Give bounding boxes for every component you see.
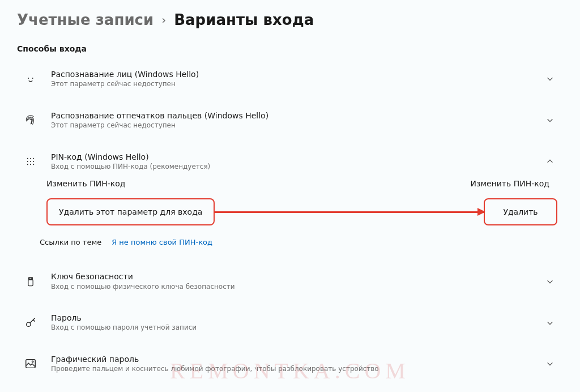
svg-rect-11 — [29, 277, 33, 279]
option-subtitle: Этот параметр сейчас недоступен — [51, 121, 535, 130]
remove-pin-label-highlight: Удалить этот параметр для входа — [46, 198, 215, 225]
pin-expansion: Изменить ПИН-код Изменить ПИН-код Удалит… — [17, 177, 563, 255]
face-icon — [22, 70, 40, 88]
option-security-key[interactable]: Ключ безопасности Вход с помощью физичес… — [17, 266, 563, 297]
chevron-up-icon — [546, 157, 554, 165]
change-pin-label-left: Изменить ПИН-код — [46, 179, 125, 188]
option-face-recognition[interactable]: Распознавание лиц (Windows Hello) Этот п… — [17, 63, 563, 95]
change-pin-label-right: Изменить ПИН-код — [471, 179, 549, 188]
option-password[interactable]: Пароль Вход с помощью пароля учетной зап… — [17, 307, 563, 338]
option-subtitle: Проведите пальцем и коснитесь любимой фо… — [51, 365, 535, 374]
option-title: Пароль — [51, 313, 535, 323]
picture-icon — [22, 355, 40, 373]
chevron-down-icon — [546, 116, 554, 124]
svg-point-17 — [32, 361, 33, 362]
option-subtitle: Вход с помощью ПИН-кода (рекомендуется) — [51, 163, 535, 172]
svg-point-9 — [30, 164, 31, 165]
signin-options-list: Распознавание лиц (Windows Hello) Этот п… — [17, 63, 563, 380]
svg-point-2 — [27, 158, 28, 159]
option-title: Распознавание лиц (Windows Hello) — [51, 69, 535, 79]
option-subtitle: Вход с помощью пароля учетной записи — [51, 323, 535, 333]
svg-rect-12 — [28, 279, 33, 286]
option-fingerprint[interactable]: Распознавание отпечатков пальцев (Window… — [17, 105, 563, 136]
option-title: PIN-код (Windows Hello) — [51, 152, 535, 162]
svg-rect-16 — [26, 360, 36, 368]
option-title: Графический пароль — [51, 354, 535, 364]
remove-button-highlight[interactable]: Удалить — [484, 198, 557, 225]
svg-point-10 — [33, 164, 34, 165]
annotation-arrow — [214, 211, 485, 213]
chevron-down-icon — [546, 319, 554, 327]
related-links-label: Ссылки по теме — [40, 238, 101, 246]
svg-point-4 — [33, 158, 34, 159]
forgot-pin-link[interactable]: Я не помню свой ПИН-код — [112, 238, 212, 246]
option-title: Распознавание отпечатков пальцев (Window… — [51, 110, 535, 121]
fingerprint-icon — [22, 111, 40, 129]
svg-point-3 — [30, 158, 31, 159]
option-title: Ключ безопасности — [51, 271, 535, 282]
svg-point-8 — [27, 164, 28, 165]
option-subtitle: Этот параметр сейчас недоступен — [51, 80, 535, 89]
chevron-down-icon — [546, 75, 554, 83]
svg-point-6 — [30, 161, 31, 162]
svg-point-0 — [28, 78, 29, 79]
key-icon — [22, 314, 40, 332]
breadcrumb-current: Варианты входа — [174, 11, 314, 28]
option-picture-password[interactable]: Графический пароль Проведите пальцем и к… — [17, 348, 563, 380]
breadcrumb-parent[interactable]: Учетные записи — [17, 11, 153, 28]
svg-point-5 — [27, 161, 28, 162]
svg-point-1 — [32, 78, 33, 79]
chevron-down-icon — [546, 360, 554, 368]
pin-keypad-icon — [22, 152, 40, 171]
usb-key-icon — [22, 272, 40, 291]
option-pin[interactable]: PIN-код (Windows Hello) Вход с помощью П… — [17, 146, 563, 177]
option-subtitle: Вход с помощью физического ключа безопас… — [51, 283, 535, 292]
breadcrumb-separator: › — [161, 13, 166, 27]
chevron-down-icon — [546, 278, 554, 286]
breadcrumb: Учетные записи › Варианты входа — [17, 11, 563, 28]
svg-point-7 — [33, 161, 34, 162]
section-title: Способы входа — [17, 44, 563, 53]
